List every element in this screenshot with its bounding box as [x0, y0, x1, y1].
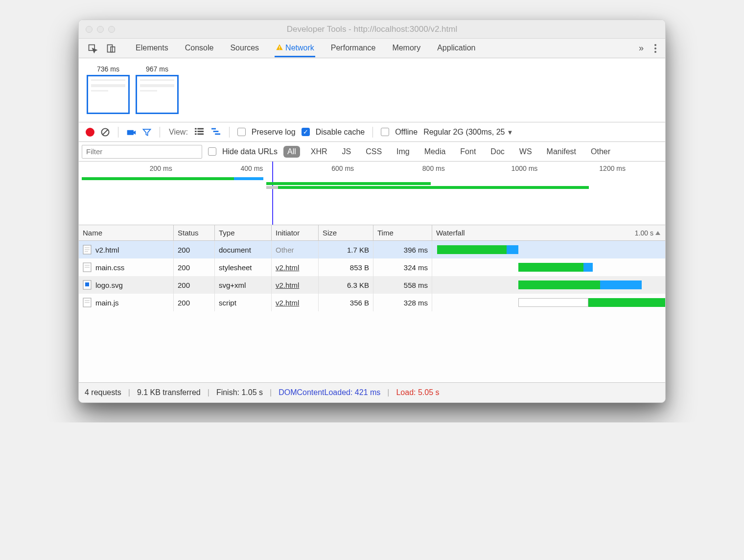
preserve-log-checkbox[interactable] — [237, 128, 246, 136]
warning-icon — [276, 44, 283, 51]
record-button[interactable] — [86, 128, 94, 137]
filter-xhr[interactable]: XHR — [307, 146, 331, 158]
tab-elements[interactable]: Elements — [135, 40, 169, 57]
table-row[interactable]: v2.html 200 document Other 1.7 KB 396 ms — [79, 241, 665, 258]
waterfall-sort-label: 1.00 s — [635, 229, 653, 237]
svg-rect-1 — [108, 45, 113, 52]
hide-data-urls-checkbox[interactable] — [208, 147, 216, 156]
dcl-marker — [272, 162, 273, 225]
panel-tabs: Elements Console Sources Network Perform… — [79, 39, 665, 58]
clear-icon[interactable] — [100, 127, 110, 137]
svg-rect-8 — [195, 128, 197, 129]
column-size[interactable]: Size — [319, 225, 373, 240]
requests-table: v2.html 200 document Other 1.7 KB 396 ms… — [79, 241, 665, 383]
request-initiator[interactable]: v2.html — [276, 281, 299, 289]
throttling-select[interactable]: Regular 2G (300ms, 25▼ — [423, 128, 513, 137]
filmstrip-time: 736 ms — [87, 65, 130, 73]
column-time[interactable]: Time — [373, 225, 432, 240]
filter-ws[interactable]: WS — [515, 146, 536, 158]
device-toolbar-icon[interactable] — [106, 44, 116, 53]
filter-other[interactable]: Other — [587, 146, 614, 158]
request-waterfall — [432, 276, 665, 294]
large-rows-icon[interactable] — [194, 127, 205, 138]
filmstrip: 736 ms 967 ms — [79, 58, 665, 122]
separator — [229, 127, 230, 138]
request-initiator[interactable]: v2.html — [276, 299, 299, 307]
filter-input[interactable] — [82, 145, 202, 159]
table-row[interactable]: main.css 200 stylesheet v2.html 853 B 32… — [79, 258, 665, 276]
request-waterfall — [432, 294, 665, 311]
titlebar: Developer Tools - http://localhost:3000/… — [79, 20, 665, 39]
offline-checkbox[interactable] — [381, 128, 389, 136]
request-type: document — [215, 241, 272, 258]
filter-font[interactable]: Font — [456, 146, 480, 158]
filter-js[interactable]: JS — [338, 146, 355, 158]
request-size: 6.3 KB — [319, 276, 373, 294]
request-time: 396 ms — [373, 241, 432, 258]
status-bar: 4 requests | 9.1 KB transferred | Finish… — [79, 383, 665, 402]
column-initiator[interactable]: Initiator — [272, 225, 319, 240]
screenshots-toggle-icon[interactable] — [126, 127, 136, 137]
timeline-tick: 1200 ms — [599, 164, 626, 172]
table-header: Name Status Type Initiator Size Time Wat… — [79, 225, 665, 241]
status-transferred: 9.1 KB transferred — [137, 388, 201, 397]
overview-bar — [266, 186, 278, 189]
tabs-overflow-icon[interactable]: » — [639, 43, 644, 53]
filter-bar: Hide data URLs All XHR JS CSS Img Media … — [79, 142, 665, 162]
tab-application[interactable]: Application — [436, 40, 476, 57]
request-status: 200 — [174, 294, 215, 311]
settings-menu-icon[interactable] — [654, 44, 656, 53]
devtools-window: Developer Tools - http://localhost:3000/… — [78, 20, 666, 403]
column-waterfall[interactable]: Waterfall 1.00 s — [432, 225, 665, 240]
waterfall-view-icon[interactable] — [210, 127, 221, 138]
filter-manifest[interactable]: Manifest — [543, 146, 580, 158]
svg-rect-12 — [195, 133, 197, 135]
request-initiator[interactable]: v2.html — [276, 263, 299, 272]
view-label: View: — [169, 128, 188, 137]
inspect-element-icon[interactable] — [88, 44, 97, 53]
filter-doc[interactable]: Doc — [487, 146, 508, 158]
status-domcontentloaded: DOMContentLoaded: 421 ms — [279, 388, 380, 397]
filter-img[interactable]: Img — [393, 146, 414, 158]
filmstrip-time: 967 ms — [136, 65, 179, 73]
request-status: 200 — [174, 258, 215, 276]
svg-rect-15 — [213, 131, 218, 132]
column-status[interactable]: Status — [174, 225, 215, 240]
separator — [160, 127, 160, 138]
tab-network[interactable]: Network — [275, 40, 315, 57]
timeline-overview[interactable]: 200 ms 400 ms 600 ms 800 ms 1000 ms 1200… — [79, 162, 665, 225]
request-waterfall — [432, 241, 665, 258]
request-type: script — [215, 294, 272, 311]
tab-performance[interactable]: Performance — [330, 40, 377, 57]
request-time: 328 ms — [373, 294, 432, 311]
table-row[interactable]: logo.svg 200 svg+xml v2.html 6.3 KB 558 … — [79, 276, 665, 294]
svg-rect-14 — [211, 128, 216, 129]
disable-cache-label: Disable cache — [316, 128, 365, 137]
disable-cache-checkbox[interactable] — [302, 128, 310, 136]
column-type[interactable]: Type — [215, 225, 272, 240]
table-row[interactable]: main.js 200 script v2.html 356 B 328 ms — [79, 294, 665, 311]
column-name[interactable]: Name — [79, 225, 174, 240]
window-title: Developer Tools - http://localhost:3000/… — [79, 24, 665, 34]
filmstrip-frame[interactable]: 736 ms — [87, 65, 130, 114]
request-status: 200 — [174, 276, 215, 294]
request-waterfall — [432, 258, 665, 276]
filter-toggle-icon[interactable] — [142, 127, 152, 137]
request-name: v2.html — [95, 246, 119, 254]
tab-sources[interactable]: Sources — [229, 40, 260, 57]
network-toolbar: View: Preserve log Disable cache Offline… — [79, 122, 665, 142]
request-name: main.css — [95, 263, 124, 272]
status-load: Load: 5.05 s — [396, 388, 439, 397]
status-requests: 4 requests — [85, 388, 121, 397]
filter-all[interactable]: All — [283, 146, 300, 158]
tab-memory[interactable]: Memory — [391, 40, 421, 57]
filmstrip-frame[interactable]: 967 ms — [136, 65, 179, 114]
timeline-tick: 600 ms — [331, 164, 354, 172]
separator — [372, 127, 373, 138]
stylesheet-file-icon — [83, 262, 92, 272]
tab-console[interactable]: Console — [184, 40, 215, 57]
svg-rect-2 — [111, 47, 115, 52]
filter-media[interactable]: Media — [420, 146, 450, 158]
svg-line-6 — [102, 129, 108, 135]
filter-css[interactable]: CSS — [362, 146, 386, 158]
